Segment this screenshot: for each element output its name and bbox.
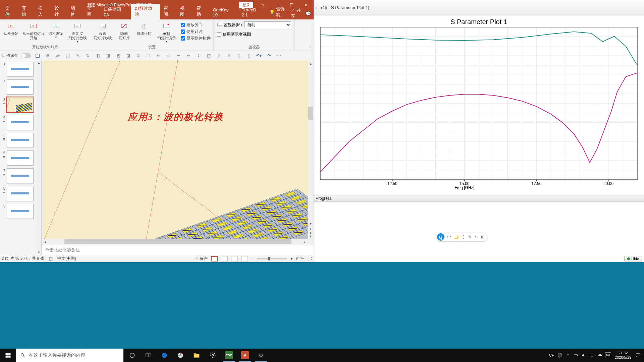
slide-thumbnail[interactable]: 8★ — [0, 185, 37, 202]
redo-icon[interactable]: ↷ — [266, 52, 272, 59]
ribbon-tab[interactable]: 口袋动画 PA — [100, 5, 131, 19]
ribbon-tab[interactable]: 设计 — [51, 4, 67, 19]
slide-thumbnail[interactable]: 9 — [0, 202, 37, 220]
taskbar-powerpoint-icon[interactable]: P — [237, 349, 253, 362]
slide-thumbnail[interactable]: 4★ — [0, 114, 37, 131]
normal-view-icon[interactable] — [211, 256, 218, 261]
slide-canvas[interactable]: 应用3：波的极化转换 ✥ — [44, 60, 308, 239]
fit-window-icon[interactable]: ⛶ — [308, 256, 312, 261]
qat-pen-icon[interactable]: ✎ — [74, 52, 81, 59]
qat-rotate-icon[interactable]: ↻ — [85, 52, 91, 59]
tray-overflow-icon[interactable]: ˄ — [564, 349, 572, 362]
qat-layer-icon[interactable]: ❏ — [145, 52, 152, 59]
qat-shape1-icon[interactable]: ◧ — [95, 52, 101, 59]
ime-item[interactable]: 中 — [447, 234, 451, 240]
zoom-level[interactable]: 62% — [296, 256, 304, 261]
start-button[interactable] — [0, 349, 16, 362]
task-view-icon[interactable] — [140, 349, 156, 362]
ribbon-tab[interactable]: 开始 — [18, 4, 34, 19]
scroll-up-icon[interactable]: ▲ — [37, 60, 41, 65]
slide-title-text[interactable]: 应用3：波的极化转换 — [128, 111, 224, 123]
ribbon-tab[interactable]: 文件 — [1, 4, 18, 19]
ribbon-tab[interactable]: 插入 — [34, 4, 51, 19]
sorter-view-icon[interactable] — [221, 256, 228, 261]
scroll-thumb[interactable] — [308, 107, 313, 120]
metasurface-board[interactable] — [93, 186, 308, 239]
slideshow-view-icon[interactable] — [241, 256, 248, 261]
slide-thumbnail-panel[interactable]: 123★4★5★6★7★8★9 ▲ ▼ — [0, 60, 42, 255]
ribbon-tab[interactable]: OneKey 10 — [209, 6, 238, 19]
slide-thumbnail[interactable]: 5★ — [0, 131, 37, 149]
zoom-out-icon[interactable]: − — [251, 256, 254, 261]
notes-pane[interactable]: 单击此处添加备注 — [42, 245, 314, 255]
taskbar-edge-icon[interactable] — [156, 349, 172, 362]
qat-misc3-icon[interactable]: ⎙ — [225, 52, 232, 59]
tray-notifications-icon[interactable] — [634, 349, 642, 362]
comments-icon[interactable]: 💬 — [306, 11, 311, 16]
from-beginning-button[interactable]: 从头开始 — [1, 20, 21, 36]
cortana-icon[interactable] — [124, 349, 140, 362]
qat-distH-icon[interactable]: ⇔ — [185, 52, 192, 59]
slide-vertical-scrollbar[interactable]: ▴ ▾ ≡▲▼ — [308, 60, 314, 239]
qat-misc1-icon[interactable]: ◫ — [205, 52, 212, 59]
zoom-in-icon[interactable]: + — [290, 256, 293, 261]
tray-power-icon[interactable] — [572, 349, 580, 362]
qat-shape4-icon[interactable]: ◪ — [125, 52, 131, 59]
ribbon-tab[interactable]: 动画 — [83, 4, 100, 19]
scroll-thumb[interactable] — [64, 239, 291, 244]
show-media-checkbox[interactable]: 显示媒体控件 — [181, 36, 211, 41]
ribbon-tab[interactable]: 切换 — [67, 4, 83, 19]
tray-ime[interactable]: 中 — [605, 352, 611, 358]
autosave-toggle[interactable] — [21, 53, 31, 58]
hide-slide-button[interactable]: 隐藏 幻灯片 — [114, 20, 134, 40]
qat-distV-icon[interactable]: ⇕ — [195, 52, 202, 59]
qat-shape2-icon[interactable]: ◨ — [105, 52, 111, 59]
status-slide-position[interactable]: 幻灯片 第 3 张，共 9 张 — [2, 256, 44, 261]
notes-toggle[interactable]: ≐ 备注 — [195, 256, 208, 261]
ribbon-tab[interactable]: ThreeD 2.1 — [238, 6, 267, 19]
ime-item[interactable]: ⋮ — [462, 235, 466, 239]
status-access-icon[interactable]: ⬚ — [49, 256, 53, 261]
ime-item[interactable]: ☺ — [474, 235, 478, 239]
zoom-slider[interactable] — [257, 258, 287, 259]
present-online-button[interactable]: 联机演示▼ — [46, 20, 66, 39]
tray-lang[interactable]: CH — [548, 349, 556, 362]
use-timings-checkbox[interactable]: 使用计时 — [181, 29, 211, 35]
qat-align-icon[interactable]: ⎘ — [155, 52, 162, 59]
slide-horizontal-scrollbar[interactable]: ◂ ▸ — [42, 239, 308, 245]
taskbar-search[interactable]: 在这里输入你要搜索的内容 — [16, 349, 123, 362]
ribbon-tab[interactable]: 幻灯片放映 — [131, 4, 160, 19]
taskbar-explorer-icon[interactable] — [189, 349, 205, 362]
qat-ellipse-icon[interactable]: ◯ — [64, 52, 71, 59]
presenter-view-checkbox[interactable]: 使用演示者视图 — [215, 30, 253, 39]
monitor-select[interactable]: 自动 — [244, 21, 291, 28]
qat-star-icon[interactable]: ☆ — [165, 52, 172, 59]
hfss-hide-button[interactable]: Hide — [624, 255, 642, 261]
taskbar-chrome-icon[interactable] — [172, 349, 189, 362]
tellme-search[interactable]: 💡告诉我 — [267, 5, 291, 19]
taskbar-settings-icon[interactable] — [205, 349, 221, 362]
tray-shield-icon[interactable] — [556, 349, 564, 362]
share-button[interactable]: ↗ 共享 — [291, 7, 304, 19]
qat-text-icon[interactable]: ≣ — [175, 52, 182, 59]
collapse-ribbon-icon[interactable]: 〈 — [308, 45, 312, 49]
save-icon[interactable] — [34, 52, 41, 59]
ime-item[interactable]: ✎ — [468, 235, 472, 239]
undo-icon[interactable]: ↶▾ — [256, 52, 262, 59]
ribbon-tab[interactable]: 审阅 — [160, 4, 176, 19]
slide-thumbnail[interactable]: 2 — [0, 78, 37, 96]
setup-slideshow-button[interactable]: 设置 幻灯片放映 — [92, 20, 114, 40]
from-current-button[interactable]: 从当前幻灯片 开始 — [21, 20, 46, 40]
qat-more-icon[interactable]: ⋯ — [276, 52, 282, 59]
qat-shape3-icon[interactable]: ◩ — [115, 52, 121, 59]
qat-lines-icon[interactable]: ≡▾ — [54, 52, 61, 59]
rehearse-timings-button[interactable]: 排练计时 — [135, 20, 154, 36]
scroll-left-icon[interactable]: ◂ — [42, 239, 48, 245]
slide-thumbnail[interactable]: 3★ — [0, 96, 37, 114]
record-slideshow-button[interactable]: 录制 幻灯片演示▼ — [155, 20, 178, 44]
slide-thumbnail[interactable]: 6★ — [0, 149, 37, 167]
tray-clock[interactable]: 21:32 2020/5/19 — [612, 351, 634, 359]
taskbar-ansys-icon[interactable]: EDT — [221, 349, 237, 362]
tray-volume-icon[interactable] — [580, 349, 588, 362]
qat-group-icon[interactable]: ⧉ — [135, 52, 142, 59]
